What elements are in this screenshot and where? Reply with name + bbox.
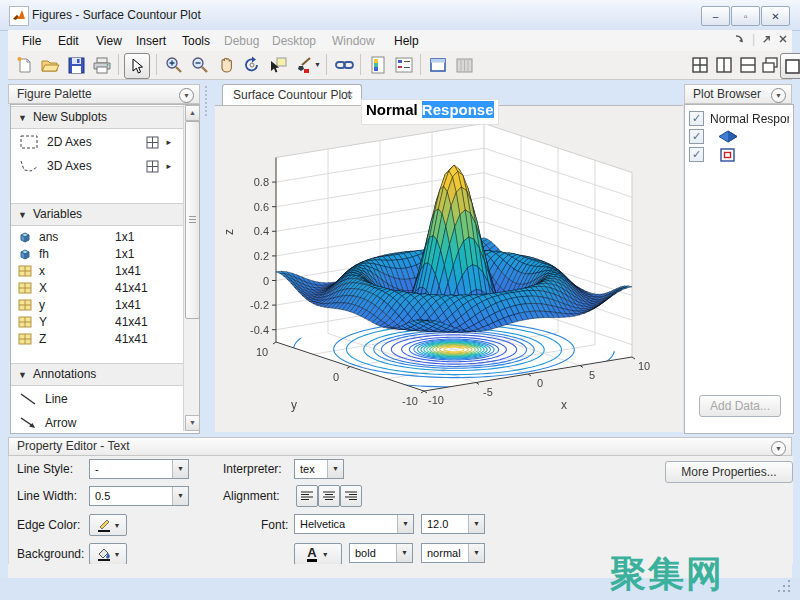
rotate-3d-tool-icon[interactable] bbox=[240, 53, 264, 77]
palette-item-3d-axes[interactable]: 3D Axes ▸ bbox=[11, 156, 183, 176]
variable-row-Z[interactable]: Z 41x41 bbox=[11, 329, 183, 349]
combo-arrow-icon[interactable]: ▼ bbox=[114, 522, 121, 529]
combo-arrow-icon[interactable]: ▼ bbox=[327, 460, 343, 478]
link-plot-tool-icon[interactable] bbox=[332, 53, 356, 77]
undock-icon[interactable] bbox=[761, 34, 772, 45]
minimize-button[interactable]: – bbox=[701, 6, 730, 26]
resize-grip[interactable] bbox=[776, 580, 790, 594]
combo-arrow-icon[interactable]: ▼ bbox=[396, 544, 412, 562]
cascade-windows-icon[interactable] bbox=[758, 53, 782, 77]
brush-dropdown-arrow[interactable]: ▼ bbox=[314, 61, 321, 68]
tile-grid-icon[interactable] bbox=[688, 53, 712, 77]
section-new-subplots[interactable]: ▼New Subplots bbox=[11, 106, 183, 129]
single-window-icon[interactable] bbox=[780, 53, 800, 79]
plot-title-selected-text: Response bbox=[422, 101, 494, 118]
font-angle-combo[interactable]: normal▼ bbox=[421, 543, 485, 563]
flyout-arrow-icon[interactable]: ▸ bbox=[166, 137, 171, 147]
font-weight-combo[interactable]: bold▼ bbox=[349, 543, 413, 563]
figure-palette-header[interactable]: Figure Palette ▼ bbox=[8, 84, 200, 104]
edge-color-button[interactable]: ▼ bbox=[89, 514, 127, 536]
section-variables[interactable]: ▼Variables bbox=[11, 203, 183, 226]
surface-object-icon bbox=[718, 130, 738, 143]
tile-vertical-icon[interactable] bbox=[712, 53, 736, 77]
plot-browser-item-contour[interactable]: ✓ bbox=[689, 146, 789, 163]
flyout-arrow-icon[interactable]: ▸ bbox=[166, 161, 171, 171]
title-bar[interactable]: Figures - Surface Countour Plot – ▫ ✕ bbox=[0, 0, 800, 31]
combo-arrow-icon[interactable]: ▼ bbox=[322, 551, 329, 558]
brush-tool-icon[interactable] bbox=[292, 53, 316, 77]
subplot-grid-icon[interactable] bbox=[146, 160, 159, 173]
plot-browser-header[interactable]: Plot Browser ▼ bbox=[684, 84, 792, 104]
combo-arrow-icon[interactable]: ▼ bbox=[114, 551, 121, 558]
data-cursor-tool-icon[interactable] bbox=[266, 53, 290, 77]
collapse-triangle-icon: ▼ bbox=[18, 108, 27, 128]
plot-browser-item-surface[interactable]: ✓ bbox=[689, 128, 789, 145]
property-editor-collapse-icon[interactable]: ▼ bbox=[771, 441, 786, 456]
menu-edit[interactable]: Edit bbox=[54, 33, 83, 49]
edge-color-pen-icon bbox=[96, 518, 112, 533]
plot-title-editbox[interactable]: Normal Response bbox=[362, 100, 498, 124]
plot-browser-menu-icon[interactable]: ▼ bbox=[771, 88, 786, 103]
save-icon[interactable] bbox=[64, 53, 88, 77]
align-center-button[interactable] bbox=[318, 485, 340, 507]
pointer-tool-icon[interactable] bbox=[124, 53, 150, 79]
combo-arrow-icon[interactable]: ▼ bbox=[397, 515, 413, 533]
menu-file[interactable]: File bbox=[18, 33, 45, 49]
close-panel-icon[interactable] bbox=[778, 34, 788, 44]
annotation-item-arrow[interactable]: Arrow bbox=[11, 413, 183, 433]
scrollbar-thumb[interactable] bbox=[185, 121, 200, 319]
scroll-up-icon[interactable]: ▲ bbox=[185, 105, 200, 121]
open-file-icon[interactable] bbox=[38, 53, 62, 77]
line-style-combo[interactable]: -▼ bbox=[89, 459, 189, 479]
menu-view[interactable]: View bbox=[92, 33, 126, 49]
contour-object-icon bbox=[720, 148, 735, 162]
combo-arrow-icon[interactable]: ▼ bbox=[468, 544, 484, 562]
more-properties-button[interactable]: More Properties... bbox=[665, 461, 793, 483]
checkbox-checked-icon[interactable]: ✓ bbox=[689, 129, 704, 144]
tab-close-icon[interactable]: ✕ bbox=[345, 85, 354, 105]
palette-scrollbar[interactable]: ▲ ▼ bbox=[183, 105, 199, 431]
panel-splitter[interactable] bbox=[205, 86, 211, 116]
plot-browser-item-axes[interactable]: ✓ Normal Response bbox=[689, 110, 789, 127]
menu-help[interactable]: Help bbox=[390, 33, 423, 49]
scroll-down-icon[interactable]: ▼ bbox=[185, 415, 200, 431]
close-button[interactable]: ✕ bbox=[761, 6, 790, 26]
align-left-button[interactable] bbox=[296, 485, 318, 507]
figure-tab[interactable]: Surface Countour Plot ✕ bbox=[222, 84, 362, 105]
font-color-button[interactable]: A ▼ bbox=[294, 543, 342, 565]
zoom-in-tool-icon[interactable] bbox=[162, 53, 186, 77]
font-size-combo[interactable]: 12.0▼ bbox=[421, 514, 485, 534]
zoom-out-tool-icon[interactable] bbox=[188, 53, 212, 77]
checkbox-checked-icon[interactable]: ✓ bbox=[689, 147, 704, 162]
print-icon[interactable] bbox=[90, 53, 114, 77]
tile-horizontal-icon[interactable] bbox=[736, 53, 760, 77]
combo-arrow-icon[interactable]: ▼ bbox=[468, 515, 484, 533]
combo-arrow-icon[interactable]: ▼ bbox=[172, 460, 188, 478]
show-plot-tools-icon[interactable] bbox=[426, 53, 450, 77]
checkbox-checked-icon[interactable]: ✓ bbox=[689, 111, 704, 126]
align-right-button[interactable] bbox=[340, 485, 362, 507]
annotation-item-line[interactable]: Line bbox=[11, 389, 183, 409]
menu-tools[interactable]: Tools bbox=[178, 33, 214, 49]
menu-insert[interactable]: Insert bbox=[132, 33, 170, 49]
subplot-grid-icon[interactable] bbox=[146, 136, 159, 149]
dock-icon[interactable] bbox=[734, 33, 746, 45]
figure-palette-menu-icon[interactable]: ▼ bbox=[179, 88, 194, 103]
background-color-button[interactable]: ▼ bbox=[89, 543, 127, 565]
font-family-combo[interactable]: Helvetica▼ bbox=[294, 514, 414, 534]
hide-plot-tools-icon[interactable] bbox=[452, 53, 476, 77]
insert-legend-icon[interactable] bbox=[392, 53, 416, 77]
insert-colorbar-icon[interactable] bbox=[366, 53, 390, 77]
new-file-icon[interactable] bbox=[12, 53, 36, 77]
plot-canvas[interactable] bbox=[215, 106, 681, 432]
arrow-annotation-icon bbox=[19, 416, 37, 430]
line-width-combo[interactable]: 0.5▼ bbox=[89, 486, 189, 506]
palette-item-2d-axes[interactable]: 2D Axes ▸ bbox=[11, 132, 183, 152]
interpreter-combo[interactable]: tex▼ bbox=[294, 459, 344, 479]
restore-button[interactable]: ▫ bbox=[731, 6, 760, 26]
section-annotations[interactable]: ▼Annotations bbox=[11, 363, 183, 386]
figure-palette-body: ▼New Subplots 2D Axes ▸ 3D Axes ▸ ▼Varia… bbox=[10, 104, 200, 434]
combo-arrow-icon[interactable]: ▼ bbox=[172, 487, 188, 505]
pan-tool-icon[interactable] bbox=[214, 53, 238, 77]
property-editor-header[interactable]: Property Editor - Text ▼ bbox=[8, 437, 792, 456]
